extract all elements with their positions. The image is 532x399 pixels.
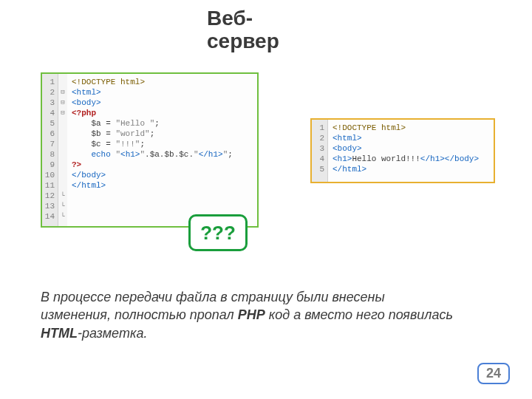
- output-code-block: 12345 <!DOCTYPE html><html><body><h1>Hel…: [310, 118, 495, 183]
- line-gutter: 1234567891011121314: [42, 74, 58, 226]
- bold-html: HTML: [41, 326, 78, 341]
- code-body: <!DOCTYPE html><html><body><?php $a = "H…: [67, 74, 257, 226]
- source-code-block: 1234567891011121314 ⊟⊟⊟ └└└ <!DOCTYPE ht…: [41, 72, 259, 228]
- question-mark-box: ???: [188, 214, 248, 251]
- slide-title: Веб-сервер: [207, 7, 318, 53]
- description-text: В процессе передачи файла в страницу был…: [41, 288, 454, 342]
- fold-column: ⊟⊟⊟ └└└: [58, 74, 67, 226]
- text-fragment: -разметка.: [78, 326, 147, 341]
- line-gutter: 12345: [312, 120, 328, 182]
- text-fragment: код а вместо него появилась: [265, 307, 453, 322]
- bold-php: PHP: [238, 307, 265, 322]
- page-number: 24: [477, 363, 510, 384]
- code-body: <!DOCTYPE html><html><body><h1>Hello wor…: [328, 120, 494, 182]
